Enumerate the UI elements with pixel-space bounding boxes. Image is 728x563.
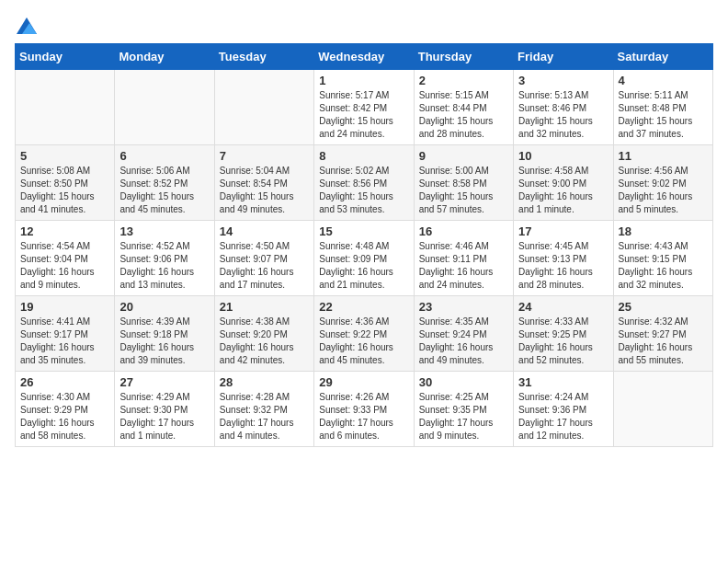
calendar-cell: 2Sunrise: 5:15 AM Sunset: 8:44 PM Daylig…: [414, 70, 513, 145]
day-info: Sunrise: 4:41 AM Sunset: 9:17 PM Dayligh…: [20, 316, 109, 367]
day-number: 11: [619, 149, 708, 163]
day-info: Sunrise: 4:39 AM Sunset: 9:18 PM Dayligh…: [119, 316, 209, 367]
weekday-header-sunday: Sunday: [16, 44, 115, 70]
calendar-week-row: 12Sunrise: 4:54 AM Sunset: 9:04 PM Dayli…: [16, 221, 713, 296]
calendar-cell: 22Sunrise: 4:36 AM Sunset: 9:22 PM Dayli…: [314, 296, 414, 372]
day-info: Sunrise: 4:24 AM Sunset: 9:36 PM Dayligh…: [518, 391, 608, 442]
weekday-header-thursday: Thursday: [414, 44, 513, 70]
calendar-cell: 30Sunrise: 4:25 AM Sunset: 9:35 PM Dayli…: [414, 372, 513, 447]
day-info: Sunrise: 4:56 AM Sunset: 9:02 PM Dayligh…: [619, 165, 708, 216]
day-number: 15: [319, 224, 408, 238]
day-info: Sunrise: 5:04 AM Sunset: 8:54 PM Dayligh…: [220, 165, 309, 216]
calendar-cell: 7Sunrise: 5:04 AM Sunset: 8:54 PM Daylig…: [214, 145, 313, 221]
calendar-cell: 28Sunrise: 4:28 AM Sunset: 9:32 PM Dayli…: [214, 372, 313, 447]
day-number: 14: [220, 224, 309, 238]
day-info: Sunrise: 4:38 AM Sunset: 9:20 PM Dayligh…: [220, 316, 309, 367]
day-info: Sunrise: 5:08 AM Sunset: 8:50 PM Dayligh…: [20, 165, 109, 216]
calendar-week-row: 26Sunrise: 4:30 AM Sunset: 9:29 PM Dayli…: [16, 372, 713, 447]
calendar-cell: 5Sunrise: 5:08 AM Sunset: 8:50 PM Daylig…: [16, 145, 115, 221]
day-number: 1: [319, 74, 408, 87]
day-number: 4: [619, 74, 708, 87]
calendar-cell: 25Sunrise: 4:32 AM Sunset: 9:27 PM Dayli…: [613, 296, 712, 372]
calendar-cell: 14Sunrise: 4:50 AM Sunset: 9:07 PM Dayli…: [214, 221, 313, 296]
day-info: Sunrise: 4:48 AM Sunset: 9:09 PM Dayligh…: [319, 240, 408, 292]
day-number: 26: [20, 375, 109, 389]
day-info: Sunrise: 4:46 AM Sunset: 9:11 PM Dayligh…: [419, 240, 508, 292]
logo: [15, 15, 37, 34]
weekday-header-friday: Friday: [514, 44, 613, 70]
day-info: Sunrise: 5:02 AM Sunset: 8:56 PM Dayligh…: [319, 165, 408, 216]
day-number: 2: [419, 74, 508, 87]
day-number: 3: [518, 74, 608, 87]
weekday-header-saturday: Saturday: [613, 44, 712, 70]
day-number: 10: [518, 149, 608, 163]
calendar-cell: 3Sunrise: 5:13 AM Sunset: 8:46 PM Daylig…: [514, 70, 613, 145]
day-number: 12: [20, 224, 109, 238]
calendar-cell: 11Sunrise: 4:56 AM Sunset: 9:02 PM Dayli…: [613, 145, 712, 221]
day-info: Sunrise: 4:43 AM Sunset: 9:15 PM Dayligh…: [619, 240, 708, 292]
day-info: Sunrise: 5:13 AM Sunset: 8:46 PM Dayligh…: [518, 89, 608, 141]
calendar-cell: 23Sunrise: 4:35 AM Sunset: 9:24 PM Dayli…: [414, 296, 513, 372]
day-info: Sunrise: 5:11 AM Sunset: 8:48 PM Dayligh…: [619, 89, 708, 141]
day-number: 27: [119, 375, 209, 389]
calendar-cell: 17Sunrise: 4:45 AM Sunset: 9:13 PM Dayli…: [514, 221, 613, 296]
day-info: Sunrise: 4:36 AM Sunset: 9:22 PM Dayligh…: [319, 316, 408, 367]
calendar-cell: 29Sunrise: 4:26 AM Sunset: 9:33 PM Dayli…: [314, 372, 414, 447]
day-number: 19: [20, 300, 109, 314]
calendar-cell: 18Sunrise: 4:43 AM Sunset: 9:15 PM Dayli…: [613, 221, 712, 296]
weekday-header-monday: Monday: [115, 44, 214, 70]
day-number: 8: [319, 149, 408, 163]
day-info: Sunrise: 4:45 AM Sunset: 9:13 PM Dayligh…: [518, 240, 608, 292]
day-number: 5: [20, 149, 109, 163]
weekday-header-tuesday: Tuesday: [214, 44, 313, 70]
calendar-cell: 12Sunrise: 4:54 AM Sunset: 9:04 PM Dayli…: [16, 221, 115, 296]
day-info: Sunrise: 4:35 AM Sunset: 9:24 PM Dayligh…: [419, 316, 508, 367]
calendar-cell: 19Sunrise: 4:41 AM Sunset: 9:17 PM Dayli…: [16, 296, 115, 372]
day-info: Sunrise: 4:30 AM Sunset: 9:29 PM Dayligh…: [20, 391, 109, 442]
day-info: Sunrise: 4:54 AM Sunset: 9:04 PM Dayligh…: [20, 240, 109, 292]
weekday-header-wednesday: Wednesday: [314, 44, 414, 70]
day-info: Sunrise: 5:00 AM Sunset: 8:58 PM Dayligh…: [419, 165, 508, 216]
day-number: 25: [619, 300, 708, 314]
logo-icon: [17, 17, 37, 34]
day-number: 28: [220, 375, 309, 389]
day-number: 6: [119, 149, 209, 163]
page-header: [15, 15, 713, 34]
calendar-cell: 27Sunrise: 4:29 AM Sunset: 9:30 PM Dayli…: [115, 372, 214, 447]
day-number: 7: [220, 149, 309, 163]
calendar-cell: 9Sunrise: 5:00 AM Sunset: 8:58 PM Daylig…: [414, 145, 513, 221]
day-number: 18: [619, 224, 708, 238]
day-info: Sunrise: 4:32 AM Sunset: 9:27 PM Dayligh…: [619, 316, 708, 367]
calendar-cell: [16, 70, 115, 145]
calendar-cell: [115, 70, 214, 145]
day-number: 13: [119, 224, 209, 238]
day-info: Sunrise: 4:33 AM Sunset: 9:25 PM Dayligh…: [518, 316, 608, 367]
calendar-week-row: 19Sunrise: 4:41 AM Sunset: 9:17 PM Dayli…: [16, 296, 713, 372]
calendar-cell: 6Sunrise: 5:06 AM Sunset: 8:52 PM Daylig…: [115, 145, 214, 221]
calendar-cell: 31Sunrise: 4:24 AM Sunset: 9:36 PM Dayli…: [514, 372, 613, 447]
calendar-cell: 13Sunrise: 4:52 AM Sunset: 9:06 PM Dayli…: [115, 221, 214, 296]
day-info: Sunrise: 4:26 AM Sunset: 9:33 PM Dayligh…: [319, 391, 408, 442]
day-info: Sunrise: 4:58 AM Sunset: 9:00 PM Dayligh…: [518, 165, 608, 216]
calendar-cell: 10Sunrise: 4:58 AM Sunset: 9:00 PM Dayli…: [514, 145, 613, 221]
calendar-cell: 21Sunrise: 4:38 AM Sunset: 9:20 PM Dayli…: [214, 296, 313, 372]
day-info: Sunrise: 4:52 AM Sunset: 9:06 PM Dayligh…: [119, 240, 209, 292]
day-number: 22: [319, 300, 408, 314]
day-info: Sunrise: 5:15 AM Sunset: 8:44 PM Dayligh…: [419, 89, 508, 141]
calendar-cell: 15Sunrise: 4:48 AM Sunset: 9:09 PM Dayli…: [314, 221, 414, 296]
day-number: 16: [419, 224, 508, 238]
calendar-table: SundayMondayTuesdayWednesdayThursdayFrid…: [15, 43, 713, 447]
calendar-cell: [214, 70, 313, 145]
day-number: 17: [518, 224, 608, 238]
day-number: 9: [419, 149, 508, 163]
calendar-cell: 24Sunrise: 4:33 AM Sunset: 9:25 PM Dayli…: [514, 296, 613, 372]
calendar-cell: 26Sunrise: 4:30 AM Sunset: 9:29 PM Dayli…: [16, 372, 115, 447]
calendar-cell: 20Sunrise: 4:39 AM Sunset: 9:18 PM Dayli…: [115, 296, 214, 372]
calendar-cell: [613, 372, 712, 447]
day-number: 29: [319, 375, 408, 389]
day-info: Sunrise: 4:25 AM Sunset: 9:35 PM Dayligh…: [419, 391, 508, 442]
day-number: 20: [119, 300, 209, 314]
day-number: 21: [220, 300, 309, 314]
calendar-cell: 16Sunrise: 4:46 AM Sunset: 9:11 PM Dayli…: [414, 221, 513, 296]
day-number: 23: [419, 300, 508, 314]
